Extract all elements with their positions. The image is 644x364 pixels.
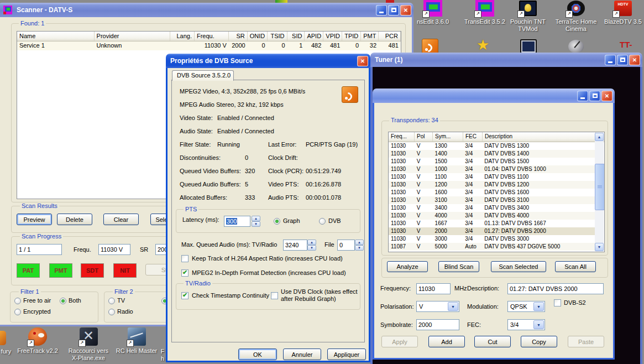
graph-radio[interactable]: [274, 218, 280, 225]
desktop-icon-blazedtv[interactable]: BlazeDTV 3.5: [598, 0, 644, 25]
transponder-row[interactable]: 11030V16673/401.13: DATV DVBS 1667: [389, 220, 595, 227]
dialog-titlebar[interactable]: Propriétés de DVB Source: [166, 54, 370, 68]
latency-field[interactable]: 300: [224, 216, 250, 227]
scrollbar[interactable]: ▲ ▼: [595, 133, 604, 251]
add-button[interactable]: Add: [428, 336, 465, 347]
scrollbar-thumb[interactable]: [595, 164, 605, 210]
close-button[interactable]: [629, 55, 640, 65]
transponder-row[interactable]: 11030V15003/4DATV DVBS 1500: [389, 158, 595, 165]
delete-button[interactable]: Delete: [57, 214, 92, 225]
clear-button[interactable]: Clear: [103, 214, 139, 225]
transponder-row[interactable]: 11030V14003/4DATV DVBS 1400: [389, 150, 595, 158]
latency-stepper[interactable]: [252, 216, 260, 227]
tab-dvb-source[interactable]: DVB Source 3.5.2.0: [172, 70, 234, 81]
h264-checkbox[interactable]: [181, 255, 189, 262]
tuner-titlebar[interactable]: Tuner (1): [370, 53, 642, 67]
mpeg2-checkbox[interactable]: [181, 269, 189, 277]
paste-button[interactable]: Paste: [568, 336, 604, 347]
modulation-select[interactable]: QPSK: [507, 301, 545, 312]
apply-button[interactable]: Apply: [381, 336, 418, 347]
close-button[interactable]: [601, 91, 612, 101]
dvbs2-checkbox[interactable]: [554, 299, 561, 306]
transponder-list-header[interactable]: Freq...PolSym...FECDescription: [389, 132, 604, 142]
chevron-down-icon[interactable]: [448, 302, 458, 311]
blind-scan-button[interactable]: Blind Scan: [438, 261, 479, 272]
transponder-row[interactable]: 11030V11003/4DATV DVBS 1100: [389, 173, 595, 181]
rss-icon[interactable]: [422, 39, 438, 54]
progress-field[interactable]: 1 / 1: [17, 244, 62, 255]
column-header: ONID: [248, 32, 268, 41]
both-radio[interactable]: [60, 298, 66, 304]
maximize-button[interactable]: [617, 55, 628, 65]
desktop-icon-xplane[interactable]: Raccourci vers X-Plane.exe: [62, 327, 115, 362]
maximize-button[interactable]: [388, 5, 399, 15]
dvbclock-checkbox[interactable]: [271, 292, 278, 299]
transponder-row[interactable]: 11030V13003/4DATV DVBS 1300: [389, 142, 595, 150]
fury-icon[interactable]: [0, 331, 6, 345]
service-row[interactable]: Service 1Unknown11030 V20000014824810324…: [17, 41, 401, 50]
preview-button[interactable]: Preview: [17, 214, 52, 225]
ok-button[interactable]: OK: [238, 349, 277, 360]
radio-radio[interactable]: [108, 309, 115, 315]
encrypted-radio[interactable]: [14, 309, 21, 315]
max-queued-stepper[interactable]: [307, 240, 316, 251]
video-state-label: Video State:: [180, 115, 213, 122]
symbolrate-field[interactable]: 2000: [416, 319, 459, 330]
transponder-row[interactable]: 11030V12003/4DATV DVBS 1200: [389, 181, 595, 189]
polarisation-select[interactable]: V: [416, 301, 459, 312]
transponder-row[interactable]: 11087V5000AutoDATV DVBS 437 DG0VE 5000: [389, 243, 595, 251]
free-to-air-radio[interactable]: [14, 298, 21, 304]
chevron-down-icon[interactable]: [533, 302, 544, 311]
transponder-panel-window: Transponders: 34 Freq...PolSym...FECDesc…: [373, 89, 615, 360]
dvb-radio[interactable]: [319, 218, 326, 225]
star-icon[interactable]: [475, 39, 492, 54]
fec-select[interactable]: 3/4: [507, 319, 545, 330]
max-queued-field[interactable]: 3240: [283, 240, 307, 251]
file-field[interactable]: 0: [337, 240, 355, 251]
scroll-down-icon[interactable]: ▼: [595, 243, 604, 251]
transponder-row[interactable]: 11030V20003/401.27: DATV DVBS 2000: [389, 227, 595, 235]
minimize-button[interactable]: [376, 5, 387, 15]
file-stepper[interactable]: [355, 240, 364, 251]
close-button[interactable]: [400, 5, 411, 15]
mpeg2-label: MPEG2 In-Depth Format Detection (increas…: [192, 269, 346, 277]
scanner-titlebar[interactable]: Scanner - DATV-S: [0, 3, 413, 17]
copy-button[interactable]: Copy: [521, 336, 557, 347]
close-button[interactable]: [357, 56, 368, 66]
tv-radio[interactable]: [108, 298, 115, 304]
scan-selected-button[interactable]: Scan Selected: [491, 261, 546, 272]
panel-titlebar[interactable]: [373, 89, 615, 103]
transponder-row[interactable]: 11030V31003/4DATV DVBS 3100: [389, 196, 595, 204]
monitor-icon[interactable]: [520, 39, 537, 54]
apply-button[interactable]: Appliquer: [327, 349, 366, 360]
desktop-icon-freetrack[interactable]: FreeTrack v2.2: [11, 327, 64, 355]
maximize-button[interactable]: [589, 91, 600, 101]
satellite-dish-icon[interactable]: [567, 39, 585, 54]
minimize-button[interactable]: [577, 91, 588, 101]
description-field[interactable]: 01.27: DATV DVBS 2000: [507, 283, 604, 294]
cancel-button[interactable]: Annuler: [283, 349, 321, 360]
transponder-list[interactable]: Freq...PolSym...FECDescription 11030V130…: [388, 132, 605, 252]
desktop-icon-transedit-360[interactable]: nsEdit 3.6.0: [408, 0, 458, 25]
transponder-row[interactable]: 11030V30003/4DATV DVBS 3000: [389, 235, 595, 243]
dvb-label: DVB: [328, 217, 341, 225]
technotrend-icon[interactable]: [619, 39, 637, 54]
timestamp-checkbox[interactable]: [181, 292, 189, 299]
desktop-icon-rcheli[interactable]: RC Heli Master: [110, 327, 163, 355]
desktop-icon-pouchin[interactable]: Pouchin TNT TVMod: [503, 0, 553, 33]
minimize-button[interactable]: [605, 55, 616, 65]
desktop-icon-transedit-352[interactable]: TransEdit 3.5.2: [460, 0, 510, 25]
desktop-icon-terratec[interactable]: TerraTec Home Cinema: [551, 0, 601, 33]
analyze-button[interactable]: Analyze: [387, 261, 428, 272]
transponder-row[interactable]: 11030V16003/4DATV DVBS 1600: [389, 189, 595, 196]
transponder-row[interactable]: 11030V10003/401.04: DATV DVBS 1000: [389, 165, 595, 173]
chevron-down-icon[interactable]: [533, 320, 544, 329]
transponder-row[interactable]: 11030V34003/4DATV DVBS 3400: [389, 204, 595, 212]
transponder-row[interactable]: 11030V40003/4DATV DVBS 4000: [389, 212, 595, 220]
scroll-up-icon[interactable]: ▲: [595, 133, 604, 141]
frequency-field[interactable]: 11030 V: [98, 244, 130, 255]
services-table-header[interactable]: NameProviderLang.Frequ.SRONIDTSIDSIDAPID…: [17, 32, 401, 41]
frequency-field[interactable]: 11030: [416, 283, 451, 294]
scan-all-button[interactable]: Scan All: [555, 261, 596, 272]
cut-button[interactable]: Cut: [474, 336, 511, 347]
